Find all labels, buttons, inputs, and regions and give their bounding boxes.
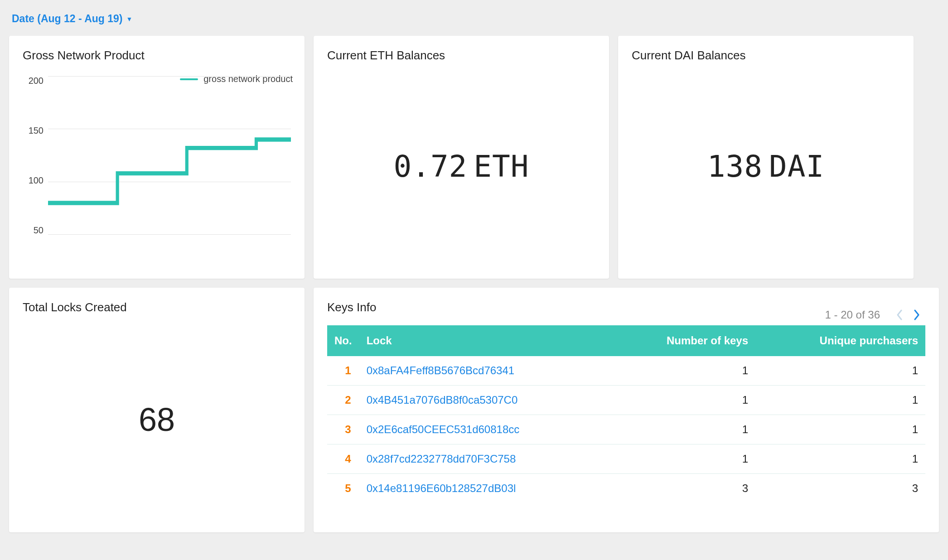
- row-uniq: 3: [755, 474, 925, 503]
- card-title: Total Locks Created: [23, 300, 291, 314]
- ytick: 150: [23, 126, 44, 135]
- card-title: Gross Network Product: [23, 48, 291, 63]
- row-lock-link[interactable]: 0x8aFA4Feff8B5676Bcd76341: [359, 356, 611, 386]
- date-range-selector[interactable]: Date (Aug 12 - Aug 19) ▼: [9, 9, 135, 36]
- table-row: 50x14e81196E60b128527dB03l33: [327, 474, 925, 503]
- col-lock[interactable]: Lock: [359, 325, 611, 356]
- row-uniq: 1: [755, 356, 925, 386]
- row-nkeys: 1: [611, 356, 755, 386]
- row-no: 3: [327, 415, 359, 444]
- dai-balance-value: 138DAI: [707, 149, 824, 184]
- card-keys-info: Keys Info 1 - 20 of 36 No. Lock Number o…: [314, 288, 939, 532]
- row-nkeys: 3: [611, 474, 755, 503]
- chevron-left-icon: [896, 309, 903, 320]
- keys-table: No. Lock Number of keys Unique purchaser…: [327, 325, 925, 503]
- ytick: 200: [23, 76, 44, 85]
- ytick: 100: [23, 176, 44, 185]
- table-row: 10x8aFA4Feff8B5676Bcd7634111: [327, 356, 925, 386]
- row-lock-link[interactable]: 0x4B451a7076dB8f0ca5307C0: [359, 386, 611, 415]
- row-lock-link[interactable]: 0x14e81196E60b128527dB03l: [359, 474, 611, 503]
- card-gross-network-product: Gross Network Product gross network prod…: [9, 36, 305, 279]
- chart-plot: [48, 76, 291, 235]
- date-range-label: Date (Aug 12 - Aug 19): [12, 13, 123, 25]
- unit: DAI: [769, 149, 824, 184]
- card-total-locks: Total Locks Created 68: [9, 288, 305, 532]
- row-nkeys: 1: [611, 415, 755, 444]
- table-row: 40x28f7cd2232778dd70F3C75811: [327, 444, 925, 474]
- row-uniq: 1: [755, 415, 925, 444]
- pagination-range: 1 - 20 of 36: [825, 309, 880, 321]
- row-uniq: 1: [755, 444, 925, 474]
- row-nkeys: 1: [611, 386, 755, 415]
- row-no: 1: [327, 356, 359, 386]
- row-no: 5: [327, 474, 359, 503]
- y-axis-labels: 200 150 100 50: [23, 76, 48, 235]
- chart-svg: [48, 76, 291, 235]
- chevron-down-icon: ▼: [126, 15, 133, 23]
- table-row: 30x2E6caf50CEEC531d60818cc11: [327, 415, 925, 444]
- total-locks-value: 68: [139, 401, 175, 438]
- card-title: Current DAI Balances: [632, 48, 900, 63]
- unit: ETH: [474, 149, 529, 184]
- table-header-row: No. Lock Number of keys Unique purchaser…: [327, 325, 925, 356]
- pagination-prev-button[interactable]: [891, 309, 908, 320]
- card-title: Current ETH Balances: [327, 48, 595, 63]
- chart-area: 200 150 100 50: [23, 76, 291, 235]
- col-uniq[interactable]: Unique purchasers: [755, 325, 925, 356]
- pagination: 1 - 20 of 36: [825, 309, 925, 321]
- row-nkeys: 1: [611, 444, 755, 474]
- row-lock-link[interactable]: 0x28f7cd2232778dd70F3C758: [359, 444, 611, 474]
- table-row: 20x4B451a7076dB8f0ca5307C011: [327, 386, 925, 415]
- col-nkeys[interactable]: Number of keys: [611, 325, 755, 356]
- card-eth-balance: Current ETH Balances 0.72ETH: [314, 36, 609, 279]
- amount: 138: [707, 149, 763, 184]
- row-lock-link[interactable]: 0x2E6caf50CEEC531d60818cc: [359, 415, 611, 444]
- col-no[interactable]: No.: [327, 325, 359, 356]
- amount: 0.72: [393, 149, 467, 184]
- pagination-next-button[interactable]: [908, 309, 925, 320]
- chevron-right-icon: [914, 309, 920, 320]
- row-no: 2: [327, 386, 359, 415]
- card-dai-balance: Current DAI Balances 138DAI: [618, 36, 914, 279]
- ytick: 50: [23, 226, 44, 235]
- eth-balance-value: 0.72ETH: [393, 149, 529, 184]
- row-no: 4: [327, 444, 359, 474]
- row-uniq: 1: [755, 386, 925, 415]
